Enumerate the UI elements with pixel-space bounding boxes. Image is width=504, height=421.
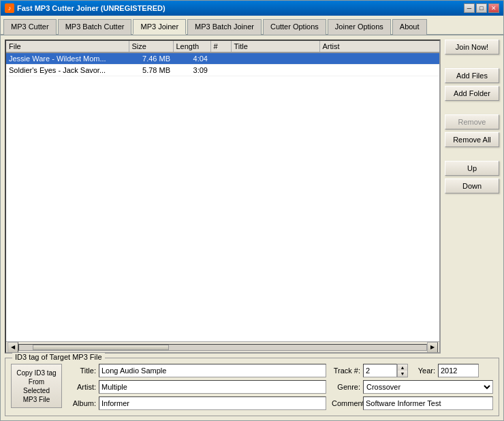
remove-all-button[interactable]: Remove All: [445, 132, 499, 147]
col-header-size: Size: [129, 41, 173, 52]
title-bar-left: ♪ Fast MP3 Cutter Joiner (UNREGISTERED): [5, 3, 166, 13]
id3-left-fields: Title: Artist: Album:: [67, 364, 326, 410]
tab-mp3-batch-cutter[interactable]: MP3 Batch Cutter: [58, 19, 132, 35]
title-row: Title:: [67, 364, 326, 377]
content-area: File Size Length # Title Artist Jessie W…: [1, 35, 503, 420]
id3-right-fields: Track #: ▲ ▼ Year: Genre:: [332, 364, 493, 410]
col-header-hash: #: [210, 41, 231, 52]
scroll-left-button[interactable]: ◀: [7, 342, 18, 353]
track-down-button[interactable]: ▼: [398, 371, 407, 377]
cell-artist: [319, 52, 439, 65]
file-table: File Size Length # Title Artist Jessie W…: [6, 41, 439, 76]
down-button[interactable]: Down: [445, 178, 499, 193]
artist-input[interactable]: [99, 380, 326, 394]
cell-hash: [210, 52, 231, 65]
track-spinner-wrapper: ▲ ▼: [363, 364, 408, 377]
file-table-container: File Size Length # Title Artist Jessie W…: [5, 40, 441, 354]
id3-form: Copy ID3 tagFrom SelectedMP3 File Title:…: [11, 364, 493, 410]
artist-label: Artist:: [67, 383, 96, 391]
maximize-button[interactable]: □: [476, 3, 487, 13]
genre-label: Genre:: [332, 383, 360, 391]
title-bar-buttons: ─ □ ✕: [464, 3, 499, 13]
album-row: Album:: [67, 396, 326, 410]
track-label: Track #:: [332, 367, 360, 375]
col-header-artist: Artist: [319, 41, 439, 52]
cell-hash: [210, 65, 231, 76]
minimize-button[interactable]: ─: [464, 3, 475, 13]
cell-title: [231, 65, 319, 76]
title-bar: ♪ Fast MP3 Cutter Joiner (UNREGISTERED) …: [1, 1, 503, 16]
tab-cutter-options[interactable]: Cutter Options: [263, 19, 326, 35]
cell-title: [231, 52, 319, 65]
cell-size: 7.46 MB: [129, 52, 173, 65]
tab-mp3-joiner[interactable]: MP3 Joiner: [133, 19, 186, 35]
artist-row: Artist:: [67, 380, 326, 394]
album-input[interactable]: [99, 396, 326, 410]
copy-id3-button[interactable]: Copy ID3 tagFrom SelectedMP3 File: [11, 364, 62, 408]
table-row[interactable]: Soldier's Eyes - Jack Savor... 5.78 MB 3…: [6, 65, 439, 76]
year-label: Year:: [411, 367, 435, 375]
genre-select[interactable]: Crossover Pop Rock Jazz Classical Electr…: [363, 380, 493, 394]
tab-joiner-options[interactable]: Joiner Options: [328, 19, 391, 35]
window-title: Fast MP3 Cutter Joiner (UNREGISTERED): [17, 4, 166, 12]
comment-input[interactable]: [363, 396, 493, 410]
track-year-row: Track #: ▲ ▼ Year:: [332, 364, 493, 377]
app-icon: ♪: [5, 3, 14, 13]
join-now-button[interactable]: Join Now!: [445, 40, 499, 54]
main-window: ♪ Fast MP3 Cutter Joiner (UNREGISTERED) …: [0, 0, 504, 421]
cell-size: 5.78 MB: [129, 65, 173, 76]
track-input[interactable]: [363, 364, 397, 377]
col-header-title: Title: [231, 41, 319, 52]
comment-row: Comment:: [332, 396, 493, 410]
scrollbar-thumb[interactable]: [33, 345, 169, 350]
cell-artist: [319, 65, 439, 76]
title-input[interactable]: [99, 364, 326, 377]
tab-mp3-cutter[interactable]: MP3 Cutter: [3, 19, 57, 35]
col-header-file: File: [6, 41, 129, 52]
remove-button[interactable]: Remove: [445, 114, 499, 129]
table-header: File Size Length # Title Artist: [6, 41, 439, 52]
cell-length: 4:04: [173, 52, 210, 65]
add-files-button[interactable]: Add Files: [445, 68, 499, 83]
comment-label: Comment:: [332, 399, 360, 407]
cell-length: 3:09: [173, 65, 210, 76]
id3-legend: ID3 tag of Target MP3 File: [12, 353, 105, 361]
add-folder-button[interactable]: Add Folder: [445, 86, 499, 101]
tab-about[interactable]: About: [392, 19, 427, 35]
table-row[interactable]: Jessie Ware - Wildest Mom... 7.46 MB 4:0…: [6, 52, 439, 65]
track-spinner: ▲ ▼: [397, 364, 408, 377]
h-scrollbar[interactable]: [18, 344, 427, 351]
cell-file: Soldier's Eyes - Jack Savor...: [6, 65, 129, 76]
close-button[interactable]: ✕: [488, 3, 499, 13]
id3-section: ID3 tag of Target MP3 File Copy ID3 tagF…: [5, 358, 499, 416]
year-input[interactable]: [438, 364, 479, 377]
scroll-right-button[interactable]: ▶: [427, 342, 438, 353]
tab-bar: MP3 Cutter MP3 Batch Cutter MP3 Joiner M…: [1, 16, 503, 35]
col-header-length: Length: [173, 41, 210, 52]
up-button[interactable]: Up: [445, 161, 499, 176]
genre-row: Genre: Crossover Pop Rock Jazz Classical…: [332, 380, 493, 394]
side-buttons: Join Now! Add Files Add Folder Remove Re…: [445, 40, 499, 354]
tab-mp3-batch-joiner[interactable]: MP3 Batch Joiner: [187, 19, 262, 35]
scrollbar-area: ◀ ▶: [6, 341, 439, 352]
main-area: File Size Length # Title Artist Jessie W…: [5, 40, 499, 354]
album-label: Album:: [67, 399, 96, 407]
track-up-button[interactable]: ▲: [398, 364, 407, 371]
title-label: Title:: [67, 367, 96, 375]
cell-file: Jessie Ware - Wildest Mom...: [6, 52, 129, 65]
